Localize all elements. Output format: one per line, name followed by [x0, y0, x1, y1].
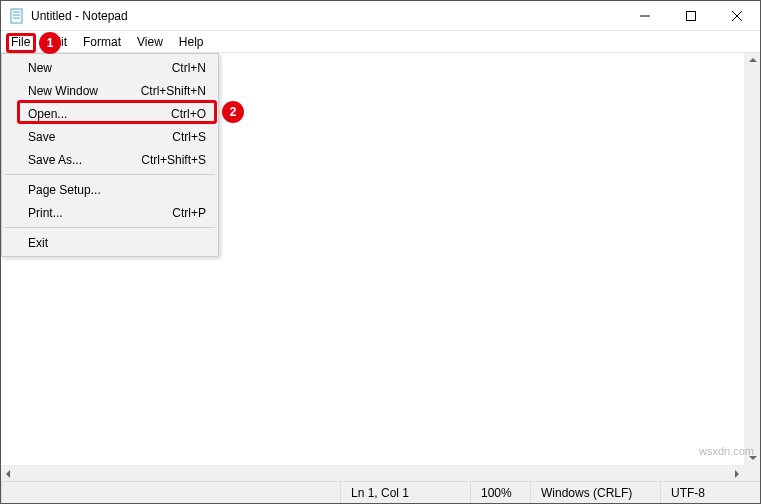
menu-item-new-window[interactable]: New Window Ctrl+Shift+N	[4, 79, 216, 102]
menu-item-label: Open...	[28, 107, 171, 121]
status-bar: Ln 1, Col 1 100% Windows (CRLF) UTF-8	[1, 481, 760, 503]
menu-item-label: Save	[28, 130, 172, 144]
status-zoom: 100%	[470, 482, 530, 503]
menu-item-shortcut: Ctrl+O	[171, 107, 206, 121]
menu-help[interactable]: Help	[171, 31, 212, 52]
scrollbar-corner	[744, 465, 760, 481]
menu-item-save[interactable]: Save Ctrl+S	[4, 125, 216, 148]
close-button[interactable]	[714, 1, 760, 30]
menu-item-shortcut: Ctrl+S	[172, 130, 206, 144]
menu-separator	[5, 227, 215, 228]
window-controls	[622, 1, 760, 30]
menu-bar: File Edit Format View Help	[1, 31, 760, 53]
menu-item-label: Page Setup...	[28, 183, 206, 197]
status-encoding: UTF-8	[660, 482, 760, 503]
menu-item-shortcut: Ctrl+Shift+N	[141, 84, 206, 98]
notepad-window: Untitled - Notepad File Edit Format View…	[0, 0, 761, 504]
horizontal-scrollbar[interactable]	[1, 465, 744, 481]
notepad-icon	[9, 8, 25, 24]
window-title: Untitled - Notepad	[31, 9, 622, 23]
vertical-scrollbar[interactable]	[744, 53, 760, 465]
menu-item-print[interactable]: Print... Ctrl+P	[4, 201, 216, 224]
menu-item-save-as[interactable]: Save As... Ctrl+Shift+S	[4, 148, 216, 171]
menu-item-shortcut: Ctrl+N	[172, 61, 206, 75]
text-editor-area[interactable]: New Ctrl+N New Window Ctrl+Shift+N Open.…	[1, 53, 760, 481]
watermark-text: wsxdn.com	[699, 445, 754, 457]
menu-item-exit[interactable]: Exit	[4, 231, 216, 254]
menu-file[interactable]: File	[3, 31, 38, 52]
svg-rect-5	[687, 11, 696, 20]
menu-item-open[interactable]: Open... Ctrl+O	[4, 102, 216, 125]
menu-edit[interactable]: Edit	[38, 31, 75, 52]
menu-item-label: New	[28, 61, 172, 75]
menu-item-page-setup[interactable]: Page Setup...	[4, 178, 216, 201]
status-line-ending: Windows (CRLF)	[530, 482, 660, 503]
menu-item-shortcut: Ctrl+P	[172, 206, 206, 220]
status-position: Ln 1, Col 1	[340, 482, 470, 503]
menu-item-label: Print...	[28, 206, 172, 220]
status-spacer	[1, 482, 340, 503]
file-menu-dropdown: New Ctrl+N New Window Ctrl+Shift+N Open.…	[1, 53, 219, 257]
svg-rect-0	[11, 9, 22, 23]
menu-item-label: New Window	[28, 84, 141, 98]
maximize-button[interactable]	[668, 1, 714, 30]
minimize-button[interactable]	[622, 1, 668, 30]
menu-item-label: Exit	[28, 236, 206, 250]
menu-item-new[interactable]: New Ctrl+N	[4, 56, 216, 79]
menu-view[interactable]: View	[129, 31, 171, 52]
menu-format[interactable]: Format	[75, 31, 129, 52]
title-bar: Untitled - Notepad	[1, 1, 760, 31]
annotation-badge-2: 2	[222, 101, 244, 123]
menu-separator	[5, 174, 215, 175]
menu-item-shortcut: Ctrl+Shift+S	[141, 153, 206, 167]
menu-item-label: Save As...	[28, 153, 141, 167]
